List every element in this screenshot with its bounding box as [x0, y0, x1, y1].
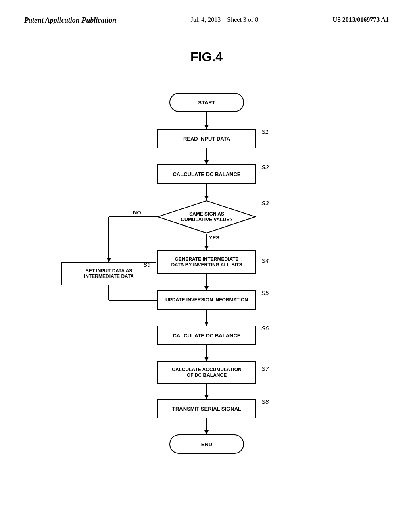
svg-marker-9: [204, 286, 209, 290]
figure-title: FIG.4: [0, 50, 413, 64]
sheet-info: Sheet 3 of 8: [227, 16, 258, 23]
publication-label: Patent Application Publication: [24, 16, 116, 25]
s5-label: S5: [261, 289, 269, 296]
s1-label: S1: [261, 128, 269, 135]
patent-number: US 2013/0169773 A1: [332, 16, 389, 23]
page-header: Patent Application Publication Jul. 4, 2…: [0, 0, 413, 33]
publication-date: Jul. 4, 2013: [191, 16, 221, 23]
end-terminal: END: [169, 434, 244, 454]
svg-marker-11: [204, 322, 209, 326]
svg-marker-15: [204, 395, 209, 399]
s1-process: READ INPUT DATA: [157, 129, 256, 148]
svg-marker-17: [204, 430, 209, 434]
s2-process: CALCULATE DC BALANCE: [157, 164, 256, 184]
svg-marker-20: [107, 258, 111, 262]
svg-marker-13: [204, 357, 209, 361]
s4-process: GENERATE INTERMEDIATE DATA BY INVERTING …: [157, 250, 256, 274]
s8-label: S8: [261, 398, 269, 405]
s7-label: S7: [261, 365, 269, 372]
svg-marker-1: [204, 125, 209, 129]
s8-process: TRANSMIT SERIAL SIGNAL: [157, 399, 256, 418]
s3-text: SAME SIGN AS CUMULATIVE VALUE?: [157, 200, 256, 234]
yes-label: YES: [209, 235, 219, 241]
s7-process: CALCULATE ACCUMULATION OF DC BALANCE: [157, 361, 256, 384]
s3-decision: SAME SIGN AS CUMULATIVE VALUE?: [157, 200, 256, 234]
flowchart: START READ INPUT DATA S1 CALCULATE DC BA…: [0, 77, 413, 512]
s6-process: CALCULATE DC BALANCE: [157, 326, 256, 345]
svg-marker-5: [204, 196, 209, 200]
s9-label: S9: [143, 261, 150, 268]
s6-label: S6: [261, 325, 269, 332]
s5-process: UPDATE INVERSION INFORMATION: [157, 290, 256, 310]
s2-label: S2: [261, 164, 269, 170]
s3-label: S3: [261, 200, 269, 206]
header-center: Jul. 4, 2013 Sheet 3 of 8: [191, 16, 259, 23]
svg-marker-3: [204, 160, 209, 164]
s9-process: SET INPUT DATA AS INTERMEDIATE DATA: [61, 262, 156, 285]
svg-marker-7: [204, 246, 209, 250]
start-terminal: START: [169, 93, 244, 112]
no-label: NO: [133, 210, 141, 216]
s4-label: S4: [261, 257, 269, 264]
